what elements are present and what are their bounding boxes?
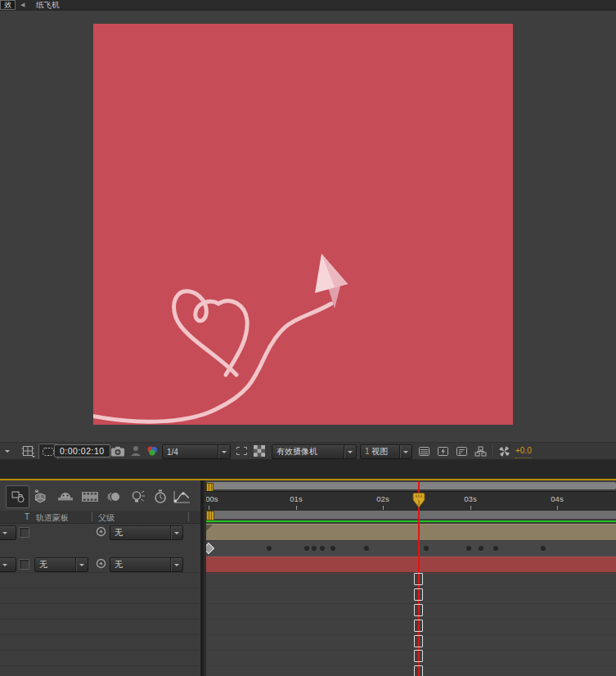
keyframe-dot[interactable] — [424, 546, 429, 551]
parent-value: 无 — [110, 559, 170, 570]
comp-flowchart-icon[interactable] — [472, 444, 488, 457]
time-navigator-bar[interactable] — [206, 482, 616, 489]
layer-row-controls-1: 无 — [0, 525, 200, 540]
panel-tab-bar: 效 ◀ 纸飞机 — [0, 0, 616, 11]
work-area-bar[interactable] — [206, 511, 616, 519]
blend-mode-dropdown[interactable] — [0, 557, 16, 572]
keyframe-dot[interactable] — [493, 546, 498, 551]
keyframe-dot[interactable] — [312, 546, 317, 551]
toolbar-separator — [491, 444, 492, 456]
preserve-transparency-checkbox[interactable] — [19, 559, 29, 570]
resolution-value: 1/4 — [163, 448, 218, 457]
layer-row-controls-2: 无 无 — [0, 557, 200, 572]
header-separator — [92, 512, 92, 521]
timeline-panel: T 轨道蒙板 父级 无 — [0, 480, 616, 676]
fast-previews-icon[interactable] — [434, 444, 451, 457]
graph-editor-icon[interactable] — [173, 488, 191, 506]
tab-scroll-left-icon[interactable]: ◀ — [20, 1, 25, 9]
show-channels-icon[interactable] — [144, 444, 160, 457]
ruler-tick — [470, 506, 471, 510]
paper-plane-artwork — [93, 24, 513, 425]
time-ruler[interactable]: 0:00s01s02s03s04s — [204, 491, 616, 512]
chevron-down-icon — [5, 450, 10, 455]
parent-pickwhip-icon[interactable] — [96, 558, 106, 569]
chevron-down-icon — [79, 564, 84, 569]
empty-track-rows — [204, 572, 616, 676]
timeline-column-headers: T 轨道蒙板 父级 — [0, 511, 200, 524]
current-time-indicator-head[interactable] — [412, 493, 425, 508]
track-matte-dropdown[interactable]: 无 — [34, 557, 88, 572]
viewer-toolbar: 0:00:02:10 — [0, 442, 616, 460]
keyframe-dot[interactable] — [330, 546, 335, 551]
keyframe-dot[interactable] — [479, 546, 483, 551]
3d-view-dropdown[interactable]: 有效摄像机 — [272, 444, 357, 459]
show-snapshot-person-icon[interactable] — [128, 444, 143, 457]
brainstorm-icon[interactable] — [128, 488, 146, 506]
blend-mode-dropdown[interactable] — [0, 525, 16, 540]
grid-guides-options-button[interactable] — [18, 444, 38, 457]
hide-shy-layers-icon[interactable] — [56, 488, 74, 506]
ruler-label: 03s — [464, 494, 476, 503]
draft-3d-icon[interactable] — [31, 488, 49, 506]
parent-header: 父级 — [98, 512, 115, 524]
current-time-field[interactable]: 0:00:02:10 — [54, 444, 110, 457]
timeline-track-area: 0:00s01s02s03s04s — [204, 480, 616, 676]
dropdown-separator — [75, 558, 76, 571]
snapshot-camera-icon[interactable] — [109, 444, 127, 457]
panel-gap — [0, 459, 616, 479]
keyframe-row — [204, 540, 616, 557]
parent-value: 无 — [110, 527, 170, 539]
keyframe-dots — [204, 541, 616, 557]
keyframe-dot[interactable] — [320, 546, 325, 551]
track-matte-value: 无 — [35, 559, 75, 570]
layer-duration-bar-1[interactable] — [206, 524, 616, 541]
keyframe-dot[interactable] — [267, 546, 272, 551]
composition-canvas[interactable] — [93, 24, 513, 425]
chevron-down-icon — [174, 564, 179, 569]
dropdown-separator — [170, 558, 171, 571]
adjust-exposure-value[interactable]: +0.0 — [515, 444, 532, 458]
tab-effect-controls[interactable]: 效 — [0, 0, 16, 10]
timeline-button-icon[interactable] — [453, 444, 470, 457]
chevron-down-icon — [403, 451, 408, 456]
parent-dropdown[interactable]: 无 — [110, 525, 183, 540]
pixel-aspect-correction-icon[interactable] — [416, 444, 432, 457]
preserve-transparency-header: T — [25, 512, 29, 521]
view-layout-value: 1 视图 — [361, 446, 399, 457]
after-effects-window: 效 ◀ 纸飞机 — [0, 0, 616, 676]
layer-bar-fold — [206, 525, 213, 531]
view-layout-dropdown[interactable]: 1 视图 — [360, 444, 412, 459]
tab-composition[interactable]: 纸飞机 — [36, 0, 60, 10]
region-of-interest-icon[interactable] — [233, 444, 250, 457]
parent-dropdown[interactable]: 无 — [110, 557, 183, 572]
frame-blending-icon[interactable] — [81, 488, 99, 506]
ruler-tick — [557, 506, 558, 510]
keyframe-dot[interactable] — [364, 546, 369, 551]
keyframe-dot[interactable] — [304, 546, 309, 551]
preserve-transparency-checkbox[interactable] — [19, 527, 29, 538]
dropdown-separator — [399, 445, 400, 458]
chevron-down-icon — [222, 451, 227, 456]
auto-keyframe-stopwatch-icon[interactable] — [151, 488, 169, 506]
ruler-tick — [296, 506, 297, 510]
dropdown-separator — [344, 445, 344, 458]
ruler-tick — [209, 506, 209, 510]
parent-pickwhip-icon[interactable] — [96, 526, 106, 537]
timeline-left-panel: T 轨道蒙板 父级 无 — [0, 480, 200, 676]
magnification-dropdown[interactable] — [2, 444, 13, 457]
work-area-start-handle[interactable] — [206, 511, 214, 521]
layer-duration-bar-2[interactable] — [206, 557, 616, 574]
chevron-down-icon — [2, 532, 7, 537]
comp-mini-flowchart-button[interactable] — [6, 485, 29, 508]
reset-exposure-icon[interactable] — [496, 444, 512, 457]
chevron-down-icon — [348, 451, 353, 456]
3d-view-value: 有效摄像机 — [272, 446, 344, 457]
transparency-grid-icon[interactable] — [250, 444, 268, 457]
motion-blur-icon[interactable] — [104, 488, 122, 506]
ruler-tick — [383, 506, 384, 510]
resolution-dropdown[interactable]: 1/4 — [162, 444, 231, 459]
dropdown-separator — [218, 445, 218, 458]
ruler-label: 04s — [551, 494, 563, 503]
keyframe-dot[interactable] — [541, 546, 546, 551]
keyframe-dot[interactable] — [466, 546, 471, 551]
